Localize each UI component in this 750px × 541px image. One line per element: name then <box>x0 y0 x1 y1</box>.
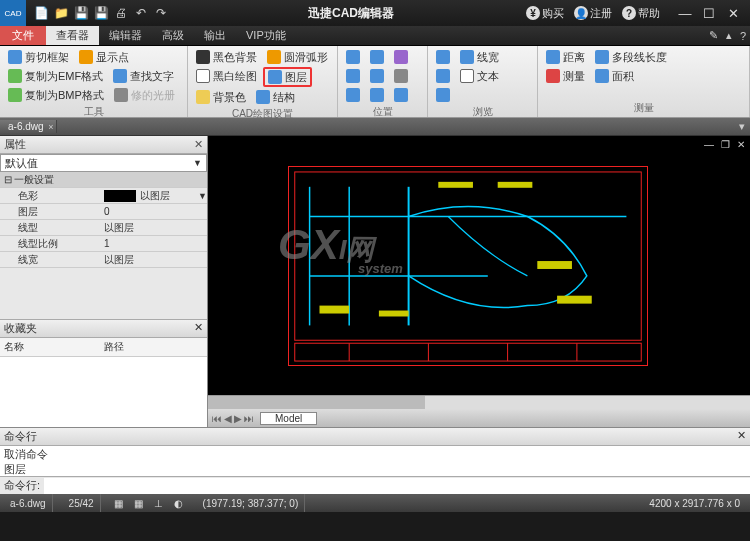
prop-row-color[interactable]: 色彩以图层▼ <box>0 188 207 204</box>
maximize-button[interactable]: ☐ <box>700 4 718 22</box>
show-point-button[interactable]: 显示点 <box>75 48 133 66</box>
saveall-icon[interactable]: 💾 <box>92 4 110 22</box>
drawing-canvas[interactable]: — ❐ ✕ <box>208 136 750 395</box>
command-close-icon[interactable]: ✕ <box>737 429 746 444</box>
command-header: 命令行 ✕ <box>0 428 750 446</box>
redo-icon[interactable]: ↷ <box>152 4 170 22</box>
prop-row-linetype[interactable]: 线型以图层 <box>0 220 207 236</box>
find-text-button[interactable]: 查找文字 <box>109 67 178 85</box>
tab-output[interactable]: 输出 <box>194 26 236 45</box>
tab-next-icon[interactable]: ▶ <box>234 413 242 424</box>
prop-row-lineweight[interactable]: 线宽以图层 <box>0 252 207 268</box>
copy-bmp-button[interactable]: 复制为BMP格式 <box>4 86 108 104</box>
pan-icon[interactable] <box>390 67 412 85</box>
ortho-toggle-icon[interactable]: ⊥ <box>151 496 167 510</box>
tab-overflow-icon[interactable]: ▾ <box>734 119 750 135</box>
undo-icon[interactable]: ↶ <box>132 4 150 22</box>
tab-last-icon[interactable]: ⏭ <box>244 413 254 424</box>
layout3-icon[interactable] <box>432 86 454 104</box>
canvas-close-icon[interactable]: ✕ <box>734 138 748 150</box>
layer-button[interactable]: 图层 <box>263 67 312 87</box>
prop-section-general[interactable]: ⊟一般设置 <box>0 172 207 188</box>
favorites-close-icon[interactable]: ✕ <box>194 321 203 336</box>
snap-toggle-icon[interactable]: ▦ <box>111 496 127 510</box>
save-icon[interactable]: 💾 <box>72 4 90 22</box>
color-swatch <box>104 190 136 202</box>
svg-rect-6 <box>320 306 350 314</box>
bg-color-button[interactable]: 背景色 <box>192 88 250 106</box>
favorites-header: 收藏夹 ✕ <box>0 319 207 338</box>
zoom-in-icon[interactable] <box>342 67 364 85</box>
tab-viewer[interactable]: 查看器 <box>46 26 99 45</box>
ribbon-customize-icon[interactable]: ✎ <box>705 26 722 45</box>
copy-emf-button[interactable]: 复制为EMF格式 <box>4 67 107 85</box>
polar-toggle-icon[interactable]: ◐ <box>171 496 187 510</box>
black-bg-button[interactable]: 黑色背景 <box>192 48 261 66</box>
register-button[interactable]: 👤注册 <box>574 6 612 21</box>
tab-advanced[interactable]: 高级 <box>152 26 194 45</box>
svg-rect-12 <box>295 343 642 361</box>
view3-icon[interactable] <box>390 86 412 104</box>
property-grid: ⊟一般设置 色彩以图层▼ 图层0 线型以图层 线型比例1 线宽以图层 <box>0 172 207 268</box>
smooth-arc-button[interactable]: 圆滑弧形 <box>263 48 332 66</box>
ribbon-help-icon[interactable]: ? <box>736 26 750 45</box>
zoom-extents-icon[interactable] <box>342 48 364 66</box>
ribbon: 剪切框架 显示点 复制为EMF格式 查找文字 复制为BMP格式 修的光册 工具 … <box>0 46 750 118</box>
clip-frame-button[interactable]: 剪切框架 <box>4 48 73 66</box>
grid-toggle-icon[interactable]: ▦ <box>131 496 147 510</box>
fav-col-path[interactable]: 路径 <box>104 340 124 354</box>
close-button[interactable]: ✕ <box>724 4 742 22</box>
distance-button[interactable]: 距离 <box>542 48 589 66</box>
line-width-button[interactable]: 线宽 <box>456 48 503 66</box>
zoom-out-icon[interactable] <box>366 67 388 85</box>
ribbon-minimize-icon[interactable]: ▴ <box>722 26 736 45</box>
model-tab[interactable]: Model <box>260 412 317 425</box>
command-input[interactable] <box>44 478 750 494</box>
text-button[interactable]: 文本 <box>456 67 503 85</box>
titlebar: CAD 📄 📁 💾 💾 🖨 ↶ ↷ 迅捷CAD编辑器 ¥购买 👤注册 ?帮助 —… <box>0 0 750 26</box>
prop-row-layer[interactable]: 图层0 <box>0 204 207 220</box>
close-tab-icon[interactable]: × <box>48 122 53 132</box>
polyline-len-button[interactable]: 多段线长度 <box>591 48 671 66</box>
help-button[interactable]: ?帮助 <box>622 6 660 21</box>
zoom-window-icon[interactable] <box>366 48 388 66</box>
properties-default-combo[interactable]: 默认值▼ <box>0 154 207 172</box>
minimize-button[interactable]: — <box>676 4 694 22</box>
measure-button[interactable]: 测量 <box>542 67 589 85</box>
bw-draw-button[interactable]: 黑白绘图 <box>192 67 261 85</box>
view1-icon[interactable] <box>342 86 364 104</box>
canvas-restore-icon[interactable]: ❐ <box>718 138 732 150</box>
document-tab[interactable]: a-6.dwg× <box>0 120 57 133</box>
canvas-hscrollbar[interactable] <box>208 395 750 409</box>
favorites-list <box>0 357 207 427</box>
canvas-area: — ❐ ✕ <box>208 136 750 427</box>
prop-row-ltscale[interactable]: 线型比例1 <box>0 236 207 252</box>
zoom-prev-icon[interactable] <box>390 48 412 66</box>
layout1-icon[interactable] <box>432 48 454 66</box>
repair-cd-button[interactable]: 修的光册 <box>110 86 179 104</box>
svg-rect-7 <box>379 311 409 317</box>
structure-button[interactable]: 结构 <box>252 88 299 106</box>
tab-vip[interactable]: VIP功能 <box>236 26 296 45</box>
properties-header: 属性 ✕ <box>0 136 207 154</box>
layout2-icon[interactable] <box>432 67 454 85</box>
group-label-measure: 测量 <box>542 100 745 115</box>
tab-prev-icon[interactable]: ◀ <box>224 413 232 424</box>
view2-icon[interactable] <box>366 86 388 104</box>
group-label-position: 位置 <box>342 104 423 119</box>
tab-file[interactable]: 文件 <box>0 26 46 45</box>
svg-rect-10 <box>438 182 473 188</box>
open-icon[interactable]: 📁 <box>52 4 70 22</box>
tab-editor[interactable]: 编辑器 <box>99 26 152 45</box>
canvas-minimize-icon[interactable]: — <box>702 138 716 150</box>
buy-button[interactable]: ¥购买 <box>526 6 564 21</box>
new-icon[interactable]: 📄 <box>32 4 50 22</box>
tab-first-icon[interactable]: ⏮ <box>212 413 222 424</box>
area-button[interactable]: 面积 <box>591 67 638 85</box>
app-title: 迅捷CAD编辑器 <box>176 5 526 22</box>
print-icon[interactable]: 🖨 <box>112 4 130 22</box>
fav-col-name[interactable]: 名称 <box>4 340 104 354</box>
status-ratio: 25/42 <box>63 494 101 512</box>
command-input-row: 命令行: <box>0 476 750 494</box>
properties-close-icon[interactable]: ✕ <box>194 138 203 151</box>
